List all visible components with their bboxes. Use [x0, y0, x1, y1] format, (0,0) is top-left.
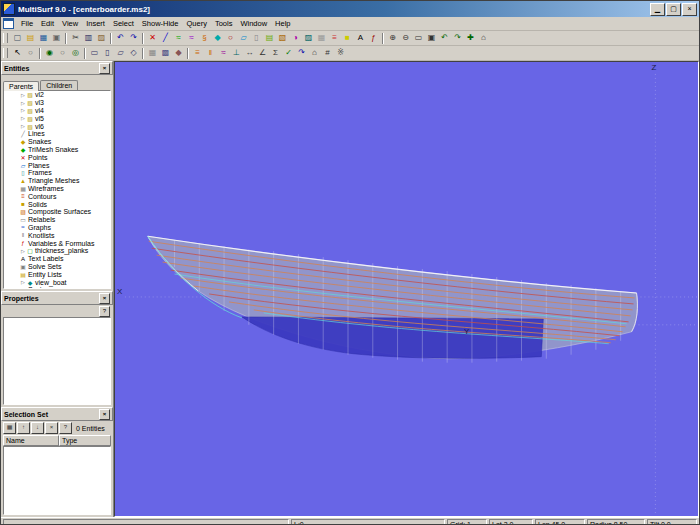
- surface-normals-icon[interactable]: ⊥: [230, 47, 243, 59]
- options-icon[interactable]: ※: [334, 47, 347, 59]
- copy-icon[interactable]: ▥: [82, 32, 95, 44]
- view-side-icon[interactable]: ▯: [101, 47, 114, 59]
- tree-item-snakes[interactable]: ◆Snakes: [4, 138, 110, 146]
- viewport-canvas[interactable]: Z X Y: [115, 62, 698, 516]
- zoom-in-icon[interactable]: ⊕: [386, 32, 399, 44]
- create-frame-icon[interactable]: ▯: [250, 32, 263, 44]
- mass-properties-icon[interactable]: Σ: [269, 47, 282, 59]
- create-plane-icon[interactable]: ▱: [237, 32, 250, 44]
- rotate-left-icon[interactable]: ↶: [438, 32, 451, 44]
- selection-set-panel-header[interactable]: Selection Set ×: [1, 407, 113, 421]
- select-lasso-icon[interactable]: ○: [24, 47, 37, 59]
- create-point-icon[interactable]: ✕: [146, 32, 159, 44]
- restore-button[interactable]: ▢: [666, 3, 681, 16]
- rotate-right-icon[interactable]: ↷: [451, 32, 464, 44]
- measure-angle-icon[interactable]: ∠: [256, 47, 269, 59]
- column-header-type[interactable]: Type: [59, 435, 111, 446]
- properties-panel-header[interactable]: Properties ×: [1, 291, 113, 305]
- home-view-icon[interactable]: ⌂: [477, 32, 490, 44]
- new-file-icon[interactable]: ▢: [11, 32, 24, 44]
- tree-item-triangle-meshes[interactable]: ▲Triangle Meshes: [4, 177, 110, 185]
- select-pointer-icon[interactable]: ↖: [11, 47, 24, 59]
- tree-item-vl3[interactable]: ▷▧vl3: [4, 99, 110, 107]
- menu-item-view[interactable]: View: [58, 18, 82, 30]
- tree-item-graphs[interactable]: ≈Graphs: [4, 224, 110, 232]
- tree-item-frames[interactable]: ▯Frames: [4, 169, 110, 177]
- undo-icon[interactable]: ↶: [114, 32, 127, 44]
- lofted-surface-icon[interactable]: ▧: [276, 32, 289, 44]
- tree-item-variables-formulas[interactable]: ƒVariables & Formulas: [4, 239, 110, 247]
- tree-item-vl2[interactable]: ▷▧vl2: [4, 91, 110, 99]
- column-header-name[interactable]: Name: [3, 435, 59, 446]
- paste-icon[interactable]: ▨: [95, 32, 108, 44]
- close-button[interactable]: ×: [682, 3, 697, 16]
- create-line-icon[interactable]: ╱: [159, 32, 172, 44]
- toolbar-grip[interactable]: [3, 33, 8, 43]
- u-divisions-icon[interactable]: ≡: [191, 47, 204, 59]
- error-check-icon[interactable]: ✓: [282, 47, 295, 59]
- named-views-icon[interactable]: ⌂: [308, 47, 321, 59]
- toolbar-grip[interactable]: [3, 48, 8, 58]
- create-ring-icon[interactable]: ○: [224, 32, 237, 44]
- text-label-icon[interactable]: A: [354, 32, 367, 44]
- tree-item-knotlists[interactable]: ‖Knotlists: [4, 231, 110, 239]
- tree-item-thickness-planks[interactable]: ▷▢thickness_planks: [4, 247, 110, 255]
- show-all-icon[interactable]: ◎: [69, 47, 82, 59]
- v-divisions-icon[interactable]: ‖: [204, 47, 217, 59]
- create-solid-icon[interactable]: ■: [341, 32, 354, 44]
- zoom-out-icon[interactable]: ⊖: [399, 32, 412, 44]
- selection-clear-button[interactable]: ×: [45, 422, 58, 434]
- wireframe-mode-icon[interactable]: ▦: [146, 47, 159, 59]
- selection-move-down-button[interactable]: ↓: [31, 422, 44, 434]
- tree-item-points[interactable]: ✕Points: [4, 153, 110, 161]
- selection-list-button[interactable]: ▦: [3, 422, 16, 434]
- create-bcurve-icon[interactable]: ≈: [172, 32, 185, 44]
- properties-help-icon[interactable]: ?: [99, 306, 110, 317]
- hide-entity-icon[interactable]: ○: [56, 47, 69, 59]
- menu-item-window[interactable]: Window: [236, 18, 271, 30]
- tree-item-wireframes[interactable]: ▦Wireframes: [4, 185, 110, 193]
- create-ccurve-icon[interactable]: ≈: [185, 32, 198, 44]
- save-file-icon[interactable]: ▦: [37, 32, 50, 44]
- recalculate-icon[interactable]: ↷: [295, 47, 308, 59]
- titlebar[interactable]: MultiSurf 9.0 - [centerboarder.ms2] ▁▢×: [1, 1, 699, 17]
- tab-children[interactable]: Children: [40, 80, 78, 90]
- ruled-surface-icon[interactable]: ▤: [263, 32, 276, 44]
- viewport[interactable]: Z X Y: [114, 61, 699, 517]
- create-mesh-icon[interactable]: ▦: [315, 32, 328, 44]
- tree-item-contours[interactable]: ≡Contours: [4, 192, 110, 200]
- grid-toggle-icon[interactable]: #: [321, 47, 334, 59]
- properties-body[interactable]: [3, 317, 111, 405]
- shaded-mode-icon[interactable]: ▩: [159, 47, 172, 59]
- view-iso-icon[interactable]: ◇: [127, 47, 140, 59]
- zoom-fit-icon[interactable]: ▣: [425, 32, 438, 44]
- tree-item-lines[interactable]: ╱Lines: [4, 130, 110, 138]
- menu-item-query[interactable]: Query: [182, 18, 210, 30]
- selection-help-button[interactable]: ?: [59, 422, 72, 434]
- selection-list-body[interactable]: [3, 446, 111, 515]
- show-entity-icon[interactable]: ◉: [43, 47, 56, 59]
- tree-item-text-labels[interactable]: AText Labels: [4, 255, 110, 263]
- menu-item-select[interactable]: Select: [109, 18, 138, 30]
- create-magnet-icon[interactable]: ◆: [211, 32, 224, 44]
- menu-item-insert[interactable]: Insert: [82, 18, 109, 30]
- create-contours-icon[interactable]: ≡: [328, 32, 341, 44]
- tree-item-system[interactable]: ▣System: [4, 286, 110, 289]
- zoom-window-icon[interactable]: ▭: [412, 32, 425, 44]
- create-snake-icon[interactable]: §: [198, 32, 211, 44]
- menu-item-help[interactable]: Help: [271, 18, 294, 30]
- menu-item-file[interactable]: File: [17, 18, 37, 30]
- tree-item-vl5[interactable]: ▷▧vl5: [4, 114, 110, 122]
- tree-item-solids[interactable]: ■Solids: [4, 200, 110, 208]
- redo-icon[interactable]: ↷: [127, 32, 140, 44]
- tree-item-vl4[interactable]: ▷▧vl4: [4, 107, 110, 115]
- cut-icon[interactable]: ✂: [69, 32, 82, 44]
- tree-item-composite-surfaces[interactable]: ▨Composite Surfaces: [4, 208, 110, 216]
- tree-item-relabels[interactable]: ▭Relabels: [4, 216, 110, 224]
- tree-item-entity-lists[interactable]: ▤Entity Lists: [4, 270, 110, 278]
- selection-move-up-button[interactable]: ↑: [17, 422, 30, 434]
- close-icon[interactable]: ×: [99, 409, 110, 420]
- tab-parents[interactable]: Parents: [3, 81, 39, 91]
- menu-item-edit[interactable]: Edit: [37, 18, 58, 30]
- view-front-icon[interactable]: ▭: [88, 47, 101, 59]
